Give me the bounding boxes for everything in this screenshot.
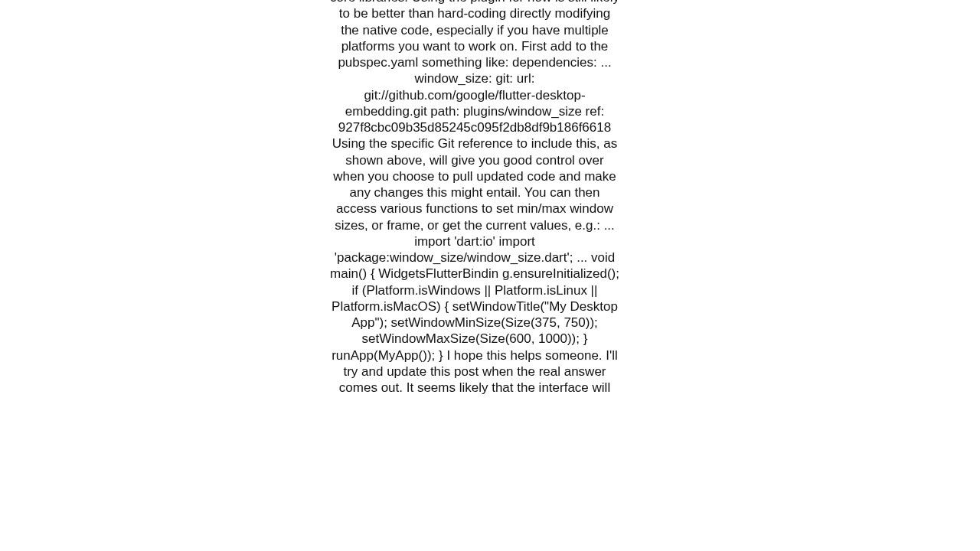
article-body: core libraries. Using the plugin for now… [329,0,620,396]
body-text: core libraries. Using the plugin for now… [329,0,620,396]
